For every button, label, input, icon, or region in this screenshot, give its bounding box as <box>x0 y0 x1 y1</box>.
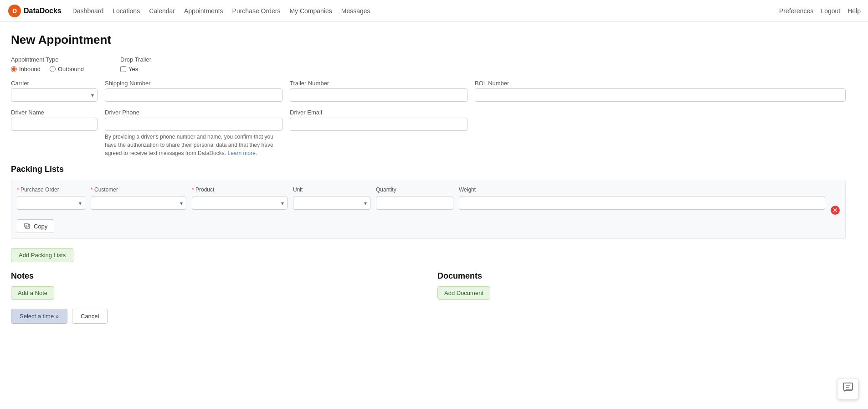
packing-qty-field <box>376 197 453 210</box>
copy-icon <box>24 223 31 230</box>
bol-number-input[interactable] <box>475 88 846 102</box>
notes-title: Notes <box>11 271 419 281</box>
add-packing-button[interactable]: Add Packing Lists <box>11 248 73 262</box>
carrier-label: Carrier <box>11 80 98 87</box>
radio-outbound-label: Outbound <box>58 66 84 72</box>
drop-trailer-yes-label: Yes <box>128 66 138 72</box>
brand-name: DataDocks <box>24 7 62 15</box>
packing-qty-input[interactable] <box>376 197 453 210</box>
shipping-number-label: Shipping Number <box>105 80 282 87</box>
driver-email-label: Driver Email <box>290 109 467 116</box>
drop-trailer-checkbox-label[interactable]: Yes <box>120 66 151 72</box>
shipping-number-input[interactable] <box>105 88 282 102</box>
carrier-row: Carrier Shipping Number Trailer Number B… <box>11 80 846 102</box>
drop-trailer-label: Drop Trailer <box>120 56 151 63</box>
select-time-button[interactable]: Select a time » <box>11 309 67 324</box>
nav-logout[interactable]: Logout <box>821 7 840 15</box>
driver-email-field: Driver Email <box>290 109 467 131</box>
packing-po-select[interactable] <box>17 197 85 210</box>
appointment-type-group: Appointment Type Inbound Outbound <box>11 56 84 72</box>
trailer-number-label: Trailer Number <box>290 80 467 87</box>
privacy-learn-more-link[interactable]: Learn more. <box>227 150 257 156</box>
radio-outbound-input[interactable] <box>50 66 56 72</box>
carrier-select[interactable] <box>11 88 98 102</box>
packing-product-field <box>192 197 288 210</box>
packing-product-select[interactable] <box>192 197 288 210</box>
packing-customer-field <box>91 197 186 210</box>
packing-header: * Purchase Order * Customer * Product <box>17 186 840 193</box>
radio-inbound-input[interactable] <box>11 66 17 72</box>
bol-number-label: BOL Number <box>475 80 846 87</box>
col-header-product: * Product <box>192 186 288 193</box>
packing-unit-field <box>293 197 370 210</box>
notes-section: Notes Add a Note <box>11 271 419 300</box>
packing-weight-field <box>459 197 825 210</box>
shipping-number-field: Shipping Number <box>105 80 282 102</box>
nav-dashboard[interactable]: Dashboard <box>72 7 104 15</box>
packing-lists-section: Packing Lists * Purchase Order * Custome… <box>11 165 846 262</box>
driver-phone-label: Driver Phone <box>105 109 282 116</box>
datadocks-logo: D <box>7 4 22 18</box>
trailer-number-input[interactable] <box>290 88 467 102</box>
nav-appointments[interactable]: Appointments <box>184 7 223 15</box>
type-trailer-row: Appointment Type Inbound Outbound Drop T… <box>11 56 846 72</box>
driver-email-input[interactable] <box>290 118 467 131</box>
packing-unit-select[interactable] <box>293 197 370 210</box>
drop-trailer-group: Drop Trailer Yes <box>120 56 151 72</box>
radio-inbound-label: Inbound <box>19 66 41 72</box>
drop-trailer-checkbox[interactable] <box>120 66 126 72</box>
packing-po-field <box>17 197 85 210</box>
driver-name-label: Driver Name <box>11 109 98 116</box>
bol-number-field: BOL Number <box>475 80 846 102</box>
driver-phone-field: Driver Phone By providing a driver's pho… <box>105 109 282 157</box>
col-header-unit: Unit <box>293 186 370 193</box>
svg-text:D: D <box>12 7 17 15</box>
nav-preferences[interactable]: Preferences <box>779 7 813 15</box>
col-header-customer: * Customer <box>91 186 186 193</box>
col-header-weight: Weight <box>459 186 825 193</box>
copy-button[interactable]: Copy <box>17 219 54 233</box>
driver-name-input[interactable] <box>11 118 98 131</box>
radio-outbound[interactable]: Outbound <box>50 66 84 72</box>
brand-logo-link[interactable]: D DataDocks <box>7 4 62 18</box>
col-header-quantity: Quantity <box>376 186 453 193</box>
nav-calendar[interactable]: Calendar <box>149 7 175 15</box>
cancel-button[interactable]: Cancel <box>72 309 108 324</box>
navbar: D DataDocks Dashboard Locations Calendar… <box>0 0 868 22</box>
bottom-actions: Select a time » Cancel <box>11 309 846 342</box>
carrier-select-wrapper <box>11 88 98 102</box>
trailer-number-field: Trailer Number <box>290 80 467 102</box>
main-content: New Appointment Appointment Type Inbound… <box>0 22 857 353</box>
carrier-field: Carrier <box>11 80 98 102</box>
appointment-type-radio-group: Inbound Outbound <box>11 66 84 72</box>
packing-list-row: ✕ <box>17 197 840 215</box>
page-title: New Appointment <box>11 33 846 47</box>
nav-messages[interactable]: Messages <box>341 7 370 15</box>
nav-my-companies[interactable]: My Companies <box>289 7 332 15</box>
col-header-po: * Purchase Order <box>17 186 85 193</box>
driver-phone-input[interactable] <box>105 118 282 131</box>
nav-links: Dashboard Locations Calendar Appointment… <box>72 7 779 15</box>
copy-label: Copy <box>34 223 47 230</box>
nav-locations[interactable]: Locations <box>113 7 140 15</box>
documents-title: Documents <box>437 271 846 281</box>
packing-list-container: * Purchase Order * Customer * Product <box>11 180 846 239</box>
driver-name-field: Driver Name <box>11 109 98 131</box>
nav-help[interactable]: Help <box>847 7 861 15</box>
notes-docs-row: Notes Add a Note Documents Add Document <box>11 271 846 300</box>
packing-weight-input[interactable] <box>459 197 825 210</box>
privacy-note: By providing a driver's phone number and… <box>105 133 282 157</box>
documents-section: Documents Add Document <box>437 271 846 300</box>
remove-packing-row-button[interactable]: ✕ <box>831 206 840 215</box>
radio-inbound[interactable]: Inbound <box>11 66 41 72</box>
appointment-type-label: Appointment Type <box>11 56 84 63</box>
driver-row: Driver Name Driver Phone By providing a … <box>11 109 846 157</box>
packing-lists-title: Packing Lists <box>11 165 846 174</box>
nav-purchase-orders[interactable]: Purchase Orders <box>232 7 281 15</box>
add-note-button[interactable]: Add a Note <box>11 286 54 300</box>
nav-right: Preferences Logout Help <box>779 7 861 15</box>
packing-customer-select[interactable] <box>91 197 186 210</box>
add-document-button[interactable]: Add Document <box>437 286 490 300</box>
